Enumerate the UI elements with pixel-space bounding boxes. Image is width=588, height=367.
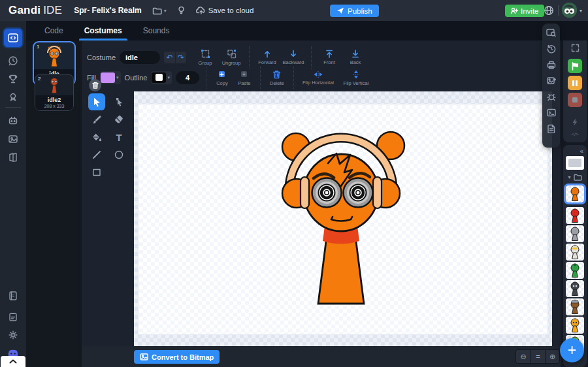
language-button[interactable] — [544, 5, 554, 16]
cloud-upload-icon — [196, 7, 206, 14]
pause-button[interactable] — [568, 76, 582, 90]
costume-artwork-oren-character[interactable] — [134, 91, 552, 346]
tool-select[interactable] — [88, 93, 105, 110]
paste-button[interactable]: Paste — [235, 70, 253, 86]
app-logo[interactable]: GandiIDE — [8, 4, 62, 17]
svg-text:G: G — [12, 294, 14, 298]
asset-search-icon[interactable] — [546, 28, 556, 37]
tab-costumes[interactable]: Costumes — [82, 21, 125, 40]
sidebar-item-settings[interactable] — [5, 327, 22, 343]
collapse-panel-icon[interactable]: « — [580, 148, 583, 155]
hints-button[interactable] — [177, 6, 186, 15]
flip-horizontal-button[interactable]: Flip Horizontal — [301, 71, 336, 86]
outline-color-picker[interactable]: ▾ — [151, 71, 172, 84]
lightning-icon — [572, 118, 578, 126]
sidebar-item-competitions[interactable] — [5, 71, 22, 88]
redo-button[interactable]: ↷ — [175, 52, 186, 63]
docs-book-icon: G — [8, 291, 18, 301]
chevron-down-icon: ▾ — [115, 75, 120, 80]
zoom-reset-button[interactable]: = — [531, 350, 545, 363]
invite-people-icon — [510, 7, 518, 14]
delete-costume-button[interactable] — [89, 79, 101, 91]
green-flag-button[interactable] — [568, 59, 582, 73]
delete-button[interactable]: Delete — [267, 70, 287, 86]
zoom-out-button[interactable]: ⊖ — [516, 350, 531, 363]
file-menu-button[interactable]: ▾ — [152, 7, 167, 15]
sidebar-item-gallery[interactable] — [5, 131, 22, 148]
publish-button[interactable]: Publish — [330, 5, 379, 17]
costume-thumbnail — [35, 76, 73, 95]
stop-button[interactable] — [568, 93, 582, 107]
costume-name-input[interactable] — [120, 51, 160, 64]
add-image-icon[interactable] — [547, 76, 556, 85]
sidebar-item-docs[interactable]: G — [5, 287, 22, 304]
tool-rectangle[interactable] — [88, 164, 105, 181]
sidebar-item-achievements[interactable] — [5, 89, 22, 106]
chevron-down-icon[interactable]: ▾ — [568, 174, 570, 180]
zoom-in-button[interactable]: ⊕ — [545, 350, 559, 363]
ungroup-button[interactable]: Ungroup — [220, 49, 242, 66]
forward-button[interactable]: Forward — [256, 50, 278, 65]
tool-brush[interactable] — [88, 111, 105, 128]
right-eye — [344, 178, 373, 208]
sprite-item-0[interactable] — [566, 185, 584, 202]
flip-vertical-button[interactable]: Flip Vertical — [340, 70, 372, 86]
arrow-bottom-icon — [351, 50, 359, 58]
sprite-item-6[interactable] — [566, 298, 584, 315]
collapse-sidebar-tab[interactable] — [1, 356, 25, 367]
gear-icon — [8, 330, 18, 340]
copy-button[interactable]: Copy — [213, 70, 231, 86]
paint-canvas[interactable] — [134, 91, 552, 346]
trash-icon — [272, 70, 281, 79]
terminal-icon[interactable] — [547, 108, 556, 117]
sprite-item-2[interactable] — [566, 225, 584, 242]
fill-color-picker[interactable]: ▾ — [100, 71, 121, 84]
outline-label: Outline — [125, 74, 148, 82]
sprite-item-4[interactable] — [566, 262, 584, 279]
avatar-image — [562, 3, 577, 18]
chat-history-icon — [8, 56, 18, 66]
undo-button[interactable]: ↶ — [164, 52, 175, 63]
project-title[interactable]: Spr- Felix's Realm — [74, 6, 142, 15]
sprite-item-7[interactable] — [566, 317, 584, 334]
fullscreen-button[interactable] — [568, 40, 582, 55]
tool-eraser[interactable] — [110, 111, 127, 128]
sidebar-item-clipboard[interactable] — [5, 308, 22, 325]
sidebar-item-library[interactable] — [5, 149, 22, 166]
backward-button[interactable]: Backward — [282, 50, 304, 65]
flip-horizontal-icon — [313, 71, 323, 78]
tool-line[interactable] — [88, 146, 105, 163]
front-button[interactable]: Front — [318, 50, 340, 65]
sidebar-item-messages[interactable] — [5, 52, 22, 69]
trash-icon — [92, 82, 99, 89]
sprite-folder-icon[interactable] — [574, 174, 582, 181]
file-icon[interactable] — [547, 124, 555, 133]
convert-to-bitmap-button[interactable]: Convert to Bitmap — [134, 350, 220, 364]
history-icon[interactable] — [547, 44, 556, 54]
tool-circle[interactable] — [110, 146, 127, 163]
costume-item-idle2[interactable]: 2 idle2 208 x 333 — [35, 74, 74, 111]
add-sprite-button[interactable]: + — [560, 338, 584, 362]
printer-icon[interactable] — [547, 61, 556, 69]
tool-text[interactable]: T — [110, 129, 127, 146]
sprite-item-5[interactable] — [566, 280, 584, 297]
sidebar-item-editor[interactable] — [4, 29, 22, 47]
invite-button[interactable]: Invite — [505, 5, 544, 17]
tool-fill[interactable] — [88, 129, 105, 146]
floating-tools-panel — [542, 24, 560, 148]
sprite-item-3[interactable] — [566, 244, 584, 261]
tab-code[interactable]: Code — [42, 21, 66, 40]
back-button[interactable]: Back — [344, 50, 367, 65]
tool-reshape[interactable] — [110, 93, 127, 110]
group-button[interactable]: Group — [194, 49, 216, 66]
stage-thumbnail[interactable] — [566, 156, 584, 170]
user-avatar[interactable] — [562, 3, 577, 18]
code-view-button[interactable]: </> — [568, 127, 582, 141]
stroke-width-input[interactable] — [176, 71, 199, 84]
account-chevron-icon[interactable]: ▾ — [580, 8, 582, 14]
tab-sounds[interactable]: Sounds — [140, 21, 172, 40]
sidebar-item-gadgets[interactable] — [5, 112, 22, 129]
save-to-cloud-button[interactable]: Save to cloud — [196, 7, 254, 14]
debugger-bug-icon[interactable] — [547, 92, 556, 101]
sprite-item-1[interactable] — [566, 207, 584, 224]
